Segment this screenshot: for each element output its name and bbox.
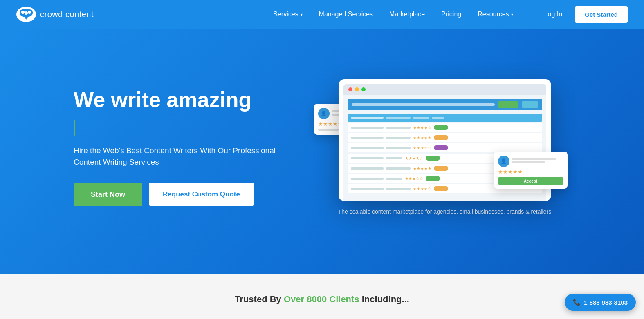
- dot-yellow: [355, 87, 359, 91]
- logo-link[interactable]: crowd content: [16, 7, 94, 22]
- table-row-3: ★★★☆☆: [348, 143, 542, 152]
- phone-icon: 📞: [573, 299, 581, 306]
- nav-resources[interactable]: Resources ▾: [469, 1, 521, 28]
- svg-point-4: [25, 11, 28, 15]
- screen-toolbar: [348, 99, 542, 110]
- trusted-title: Trusted By Over 8000 Clients Including..…: [33, 294, 611, 305]
- toolbar-btn-2: [522, 101, 538, 108]
- nav-pricing[interactable]: Pricing: [433, 1, 469, 28]
- nav-managed-services[interactable]: Managed Services: [311, 1, 381, 28]
- phone-number: 1-888-983-3103: [584, 299, 628, 306]
- nav-services[interactable]: Services ▾: [265, 1, 310, 28]
- svg-marker-6: [25, 17, 28, 20]
- request-quote-button[interactable]: Request Custom Quote: [149, 183, 254, 206]
- phone-float-button[interactable]: 📞 1-888-983-3103: [565, 294, 636, 311]
- dot-red: [348, 87, 352, 91]
- chevron-down-icon-2: ▾: [511, 12, 513, 17]
- table-row-2: ★★★★★: [348, 133, 542, 142]
- hero-illustration: 👤 ★★★★☆: [278, 79, 611, 215]
- get-started-button[interactable]: Get Started: [575, 6, 628, 23]
- dot-green-dot: [361, 87, 366, 91]
- login-button[interactable]: Log In: [538, 7, 569, 21]
- navbar: crowd content Services ▾ Managed Service…: [0, 0, 644, 29]
- svg-point-3: [21, 11, 25, 14]
- svg-point-5: [28, 11, 31, 14]
- nav-links: Services ▾ Managed Services Marketplace …: [265, 1, 521, 28]
- screen-bar: [343, 84, 546, 95]
- hero-section: We write amazing Hire the Web's Best Con…: [0, 29, 644, 274]
- avatar-2: 👤: [498, 156, 509, 167]
- hero-title: We write amazing: [74, 88, 278, 112]
- hero-subtitle: Hire the Web's Best Content Writers With…: [74, 145, 278, 168]
- table-header: [348, 114, 542, 122]
- start-now-button[interactable]: Start Now: [74, 183, 142, 206]
- hero-buttons: Start Now Request Custom Quote: [74, 183, 278, 206]
- table-row-1: ★★★★☆: [348, 123, 542, 132]
- chevron-down-icon: ▾: [301, 12, 303, 17]
- nav-marketplace[interactable]: Marketplace: [381, 1, 433, 28]
- dashboard-mockup: 👤 ★★★★☆: [339, 79, 551, 201]
- logo-icon: [16, 7, 36, 22]
- nav-auth: Log In Get Started: [538, 6, 628, 23]
- avatar-1: 👤: [318, 108, 330, 119]
- toolbar-btn-1: [498, 101, 518, 108]
- hero-content: We write amazing Hire the Web's Best Con…: [74, 88, 278, 206]
- brand-name: crowd content: [40, 10, 94, 19]
- toolbar-line-1: [352, 103, 495, 106]
- trusted-section: Trusted By Over 8000 Clients Including..…: [0, 274, 644, 319]
- float-card-right: 👤 ★★★★★ Accept: [494, 152, 568, 189]
- hero-accent-line: [74, 120, 75, 136]
- hero-caption: The scalable content marketplace for age…: [338, 208, 551, 215]
